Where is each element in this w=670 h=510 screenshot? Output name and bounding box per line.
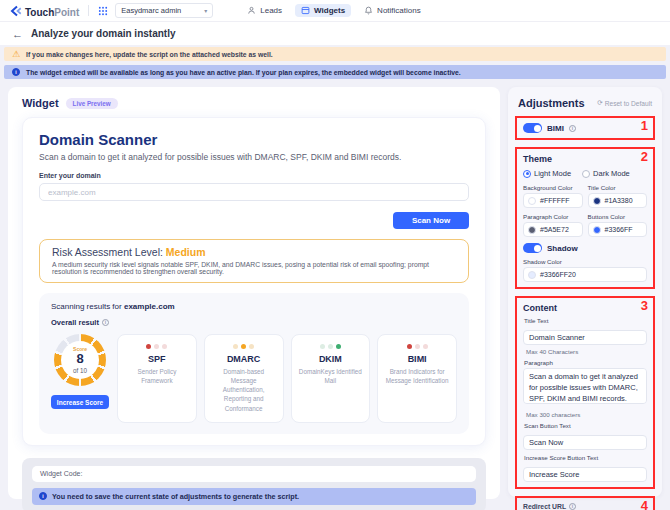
widgets-icon bbox=[301, 6, 310, 15]
radio-unselected-icon bbox=[582, 170, 590, 178]
info-icon: i bbox=[12, 68, 20, 76]
color-swatch bbox=[593, 197, 601, 205]
color-field-paragraph: Paragraph Color #5A5E72 bbox=[523, 213, 583, 237]
live-preview-badge: Live Preview bbox=[66, 98, 118, 109]
widget-code-info-banner: i You need to save the current state of … bbox=[32, 488, 476, 505]
paragraph-color-picker[interactable]: #5A5E72 bbox=[523, 222, 583, 237]
risk-level: Medium bbox=[166, 246, 206, 258]
chevron-down-icon: ▾ bbox=[204, 7, 207, 14]
buttons-color-picker[interactable]: #3366FF bbox=[588, 222, 648, 237]
bimi-toggle[interactable] bbox=[523, 123, 542, 133]
warning-banner-text: If you make changes here, update the scr… bbox=[26, 51, 273, 58]
scan-now-button[interactable]: Scan Now bbox=[393, 212, 469, 229]
bell-icon bbox=[364, 6, 373, 15]
brand-name-point: Point bbox=[54, 7, 79, 18]
apps-grid-icon[interactable] bbox=[98, 6, 108, 16]
top-nav: TouchPoint Easydmarc admin ▾ Leads bbox=[0, 0, 670, 22]
workspace-dropdown[interactable]: Easydmarc admin ▾ bbox=[115, 3, 213, 18]
color-swatch bbox=[593, 226, 601, 234]
risk-assessment-box: Risk Assessment Level: Medium A medium s… bbox=[39, 239, 469, 283]
widget-title: Domain Scanner bbox=[39, 131, 469, 148]
increase-score-button[interactable]: Increase Score bbox=[51, 395, 109, 409]
record-card-title: DMARC bbox=[210, 354, 278, 364]
nav-item-leads[interactable]: Leads bbox=[241, 4, 288, 17]
nav-item-notifications[interactable]: Notifications bbox=[358, 4, 427, 17]
risk-label: Risk Assessment Level: bbox=[52, 246, 163, 258]
title-color-picker[interactable]: #1A3380 bbox=[588, 193, 648, 208]
record-card-title: DKIM bbox=[297, 354, 365, 364]
person-icon bbox=[247, 6, 256, 15]
increase-score-text-label: Increase Score Button Text bbox=[524, 454, 647, 461]
scan-button-text-input[interactable] bbox=[523, 435, 647, 450]
record-card-dmarc[interactable]: DMARC Domain-based Message Authenticatio… bbox=[204, 334, 284, 423]
record-card-title: BIMI bbox=[383, 354, 451, 364]
brand-logo[interactable]: TouchPoint bbox=[10, 2, 79, 20]
status-dots bbox=[123, 344, 191, 349]
widget-code-section: Widget Code: i You need to save the curr… bbox=[22, 458, 486, 510]
reset-to-default-button[interactable]: ⟳Reset to Default bbox=[597, 99, 652, 107]
warning-icon: ⚠ bbox=[12, 50, 20, 59]
record-card-subtitle: Domain-based Message Authentication, Rep… bbox=[210, 367, 278, 413]
nav-notifications-label: Notifications bbox=[377, 6, 421, 15]
touchpoint-logo-icon bbox=[10, 5, 22, 17]
shadow-toggle[interactable] bbox=[523, 243, 542, 253]
scan-results-prefix: Scanning results for bbox=[51, 302, 124, 311]
page-header: ← Analyze your domain instantly bbox=[0, 22, 670, 45]
widget-description: Scan a domain to get it analyzed for pos… bbox=[39, 152, 469, 162]
title-text-label: Title Text bbox=[524, 317, 647, 324]
dark-mode-radio[interactable]: Dark Mode bbox=[582, 169, 630, 178]
status-dots bbox=[383, 344, 451, 349]
nav-item-widgets[interactable]: Widgets bbox=[295, 4, 351, 17]
gauge-score-max: of 10 bbox=[73, 367, 87, 374]
info-banner: i The widget embed will be available as … bbox=[4, 65, 666, 79]
redirect-url-label: Redirect URL bbox=[523, 503, 566, 510]
light-mode-radio[interactable]: Light Mode bbox=[523, 169, 571, 178]
color-field-title: Title Color #1A3380 bbox=[588, 184, 648, 208]
widget-panel: Widget Live Preview Domain Scanner Scan … bbox=[8, 87, 500, 499]
paragraph-hint: Max 300 characters bbox=[526, 411, 647, 418]
main-content: Widget Live Preview Domain Scanner Scan … bbox=[0, 79, 670, 507]
record-card-dkim[interactable]: DKIM DomainKeys Identified Mail bbox=[291, 334, 371, 423]
risk-description: A medium security risk level signals not… bbox=[52, 261, 456, 275]
score-gauge: Score 8 of 10 bbox=[54, 334, 106, 386]
content-section-title: Content bbox=[523, 303, 647, 313]
info-icon: i bbox=[39, 492, 47, 500]
record-card-bimi[interactable]: BIMI Brand Indicators for Message Identi… bbox=[377, 334, 457, 423]
scan-button-text-label: Scan Button Text bbox=[524, 422, 647, 429]
radio-selected-icon bbox=[523, 170, 531, 178]
status-dots bbox=[210, 344, 278, 349]
title-text-hint: Max 40 Characters bbox=[526, 348, 647, 355]
info-icon: i bbox=[569, 125, 576, 132]
widget-code-field[interactable]: Widget Code: bbox=[32, 466, 476, 482]
info-banner-text: The widget embed will be available as lo… bbox=[26, 69, 461, 76]
increase-score-text-input[interactable] bbox=[523, 467, 647, 482]
nav-widgets-label: Widgets bbox=[314, 6, 345, 15]
color-field-background: Background Color #FFFFFF bbox=[523, 184, 583, 208]
record-card-spf[interactable]: SPF Sender Policy Framework bbox=[117, 334, 197, 423]
paragraph-textarea[interactable]: Scan a domain to get it analyzed for pos… bbox=[523, 368, 647, 404]
overall-result-label: Overall result bbox=[51, 318, 99, 327]
annotation-box-2: 2 Theme Light Mode Dark Mode Background … bbox=[515, 147, 655, 289]
record-card-subtitle: DomainKeys Identified Mail bbox=[297, 367, 365, 385]
shadow-color-label: Shadow Color bbox=[523, 258, 647, 265]
paragraph-label: Paragraph bbox=[524, 359, 647, 366]
back-arrow-icon[interactable]: ← bbox=[12, 28, 23, 40]
widget-code-info-text: You need to save the current state of ad… bbox=[52, 492, 299, 501]
color-swatch bbox=[528, 226, 536, 234]
record-card-subtitle: Sender Policy Framework bbox=[123, 367, 191, 385]
shadow-color-picker[interactable]: #3366FF20 bbox=[523, 267, 647, 282]
info-icon: i bbox=[569, 503, 576, 510]
theme-section-title: Theme bbox=[523, 154, 647, 164]
brand-name-touch: Touch bbox=[25, 7, 54, 18]
app-root: TouchPoint Easydmarc admin ▾ Leads bbox=[0, 0, 670, 510]
widget-section-title: Widget bbox=[22, 97, 59, 109]
workspace-dropdown-value: Easydmarc admin bbox=[121, 6, 181, 15]
background-color-picker[interactable]: #FFFFFF bbox=[523, 193, 583, 208]
widget-preview-card: Domain Scanner Scan a domain to get it a… bbox=[22, 117, 486, 446]
title-text-input[interactable] bbox=[523, 330, 647, 345]
color-field-buttons: Buttons Color #3366FF bbox=[588, 213, 648, 237]
record-card-subtitle: Brand Indicators for Message Identificat… bbox=[383, 367, 451, 385]
annotation-number-3: 3 bbox=[641, 298, 648, 313]
domain-input[interactable] bbox=[39, 183, 469, 201]
record-card-title: SPF bbox=[123, 354, 191, 364]
